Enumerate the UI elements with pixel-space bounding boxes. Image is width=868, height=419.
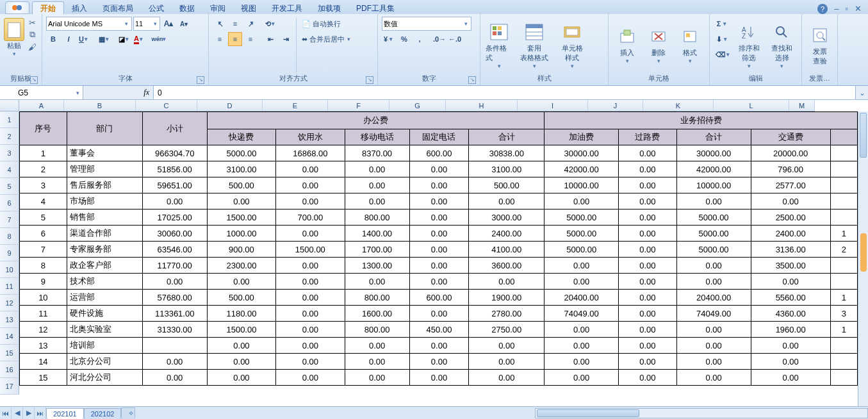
cell[interactable]: 51856.00 bbox=[142, 161, 207, 177]
cell[interactable]: 0.00 bbox=[142, 193, 207, 210]
cell[interactable]: 0.00 bbox=[276, 338, 345, 354]
cell[interactable]: 2400.00 bbox=[469, 226, 545, 242]
cell[interactable]: 30060.00 bbox=[142, 226, 207, 242]
column-header[interactable]: F bbox=[328, 100, 389, 111]
cell[interactable]: 0.00 bbox=[409, 177, 469, 193]
grow-font-icon[interactable]: A▴ bbox=[161, 17, 176, 31]
cell[interactable]: 0.00 bbox=[619, 306, 677, 322]
cell[interactable]: 10 bbox=[20, 290, 67, 306]
cell[interactable]: 0.00 bbox=[469, 338, 545, 354]
row-header[interactable]: 15 bbox=[0, 345, 19, 361]
cell[interactable]: 1960.00 bbox=[751, 322, 830, 338]
cell[interactable]: 3136.00 bbox=[751, 242, 830, 258]
column-header[interactable]: C bbox=[136, 100, 197, 111]
shrink-font-icon[interactable]: A▾ bbox=[177, 17, 191, 31]
row-header[interactable]: 5 bbox=[0, 178, 19, 195]
cell[interactable]: 14 bbox=[20, 354, 67, 370]
cell[interactable]: 0.00 bbox=[545, 274, 619, 290]
cell[interactable]: 700.00 bbox=[276, 210, 345, 226]
cell[interactable]: 办公费 bbox=[207, 112, 545, 129]
cell[interactable]: 0.00 bbox=[469, 354, 545, 370]
expand-formula-bar[interactable]: ⌄ bbox=[855, 86, 868, 99]
cell[interactable]: 0.00 bbox=[619, 161, 677, 177]
cell[interactable]: 10000.00 bbox=[545, 177, 619, 193]
cell[interactable]: 合计 bbox=[469, 129, 545, 145]
cell[interactable]: 0.00 bbox=[545, 354, 619, 370]
sort-filter-button[interactable]: AZ排序和 筛选▾ bbox=[733, 17, 765, 74]
cell[interactable]: 0.00 bbox=[676, 258, 751, 274]
cell-styles-button[interactable]: 单元格 样式▾ bbox=[555, 17, 589, 74]
cell[interactable]: 59651.00 bbox=[142, 177, 207, 193]
align-top-icon[interactable]: ⭶ bbox=[213, 17, 227, 31]
cell[interactable]: 0.00 bbox=[619, 354, 677, 370]
cell[interactable]: 4 bbox=[20, 193, 67, 210]
cell[interactable]: 0.00 bbox=[619, 193, 677, 210]
ribbon-tab[interactable]: 加载项 bbox=[310, 2, 348, 14]
merge-center-button[interactable]: ⬌ 合并后居中▾ bbox=[300, 32, 354, 46]
border-button[interactable]: ▦▾ bbox=[97, 32, 111, 46]
format-as-table-button[interactable]: 套用 表格格式▾ bbox=[516, 17, 553, 74]
cell[interactable]: 河北分公司 bbox=[67, 370, 142, 386]
cell[interactable]: 0.00 bbox=[751, 338, 830, 354]
ribbon-tab[interactable]: 开始 bbox=[32, 1, 64, 14]
cell[interactable]: 0.00 bbox=[345, 354, 409, 370]
ribbon-tab[interactable]: PDF工具集 bbox=[348, 2, 402, 14]
cell[interactable]: 5000.00 bbox=[545, 242, 619, 258]
horizontal-scrollbar[interactable] bbox=[535, 408, 868, 418]
sheet-nav-last[interactable]: ⏭ bbox=[35, 407, 46, 419]
restore-window-icon[interactable]: ▫ bbox=[845, 4, 848, 14]
name-box[interactable]: G5▾ bbox=[0, 86, 83, 99]
wrap-text-button[interactable]: 📄 自动换行 bbox=[300, 17, 354, 31]
cell[interactable]: 固定电话 bbox=[409, 129, 469, 145]
row-header[interactable]: 2 bbox=[0, 128, 19, 145]
cell[interactable]: 0.00 bbox=[751, 193, 830, 210]
cell[interactable]: 1300.00 bbox=[345, 258, 409, 274]
cell[interactable]: 渠道合作部 bbox=[67, 226, 142, 242]
cell[interactable]: 0.00 bbox=[276, 306, 345, 322]
cell[interactable]: 0.00 bbox=[409, 370, 469, 386]
select-all-corner[interactable] bbox=[0, 100, 19, 111]
new-sheet-tab[interactable]: ✧ bbox=[121, 407, 135, 419]
cell[interactable]: 1500.00 bbox=[276, 242, 345, 258]
cell[interactable]: 0.00 bbox=[409, 242, 469, 258]
column-header[interactable]: H bbox=[446, 100, 518, 111]
cell[interactable]: 0.00 bbox=[676, 193, 751, 210]
cell[interactable] bbox=[830, 145, 857, 161]
cell[interactable]: 800.00 bbox=[345, 210, 409, 226]
column-header[interactable]: J bbox=[588, 100, 643, 111]
cell[interactable]: 0.00 bbox=[619, 145, 677, 161]
cell[interactable]: 售后服务部 bbox=[67, 177, 142, 193]
cell[interactable]: 8 bbox=[20, 258, 67, 274]
cell[interactable]: 20000.00 bbox=[751, 145, 830, 161]
cell[interactable]: 3 bbox=[20, 177, 67, 193]
dialog-launcher[interactable]: ↘ bbox=[197, 76, 204, 84]
decrease-indent-icon[interactable]: ⇤ bbox=[263, 32, 277, 46]
cell[interactable]: 0.00 bbox=[409, 210, 469, 226]
cell[interactable]: 57680.00 bbox=[142, 290, 207, 306]
cell[interactable]: 0.00 bbox=[469, 370, 545, 386]
cell[interactable]: 0.00 bbox=[619, 258, 677, 274]
cell[interactable]: 培训部 bbox=[67, 338, 142, 354]
copy-icon[interactable]: ⧉ bbox=[26, 29, 38, 40]
cell[interactable]: 0.00 bbox=[345, 274, 409, 290]
cell[interactable]: 1180.00 bbox=[207, 306, 275, 322]
ribbon-tab[interactable]: 页面布局 bbox=[95, 2, 141, 14]
cell[interactable]: 0.00 bbox=[276, 258, 345, 274]
cut-icon[interactable]: ✂ bbox=[26, 17, 38, 28]
cell[interactable]: 0.00 bbox=[142, 274, 207, 290]
cell[interactable]: 42000.00 bbox=[676, 161, 751, 177]
find-select-button[interactable]: 查找和 选择▾ bbox=[767, 17, 798, 74]
cell[interactable] bbox=[830, 177, 857, 193]
cell[interactable]: 政企客户部 bbox=[67, 258, 142, 274]
cell[interactable]: 0.00 bbox=[207, 370, 275, 386]
cell[interactable]: 796.00 bbox=[751, 161, 830, 177]
cell[interactable]: 7 bbox=[20, 242, 67, 258]
cell[interactable]: 合计 bbox=[676, 129, 751, 145]
sheet-nav-prev[interactable]: ◀ bbox=[12, 407, 23, 419]
italic-button[interactable]: I bbox=[61, 32, 76, 46]
sheet-tab-active[interactable]: 202101 bbox=[46, 408, 84, 419]
clear-icon[interactable]: ⌫▾ bbox=[714, 47, 732, 62]
cell[interactable]: 3600.00 bbox=[469, 258, 545, 274]
cell[interactable]: 16868.00 bbox=[276, 145, 345, 161]
ribbon-tab[interactable]: 审阅 bbox=[202, 2, 233, 14]
